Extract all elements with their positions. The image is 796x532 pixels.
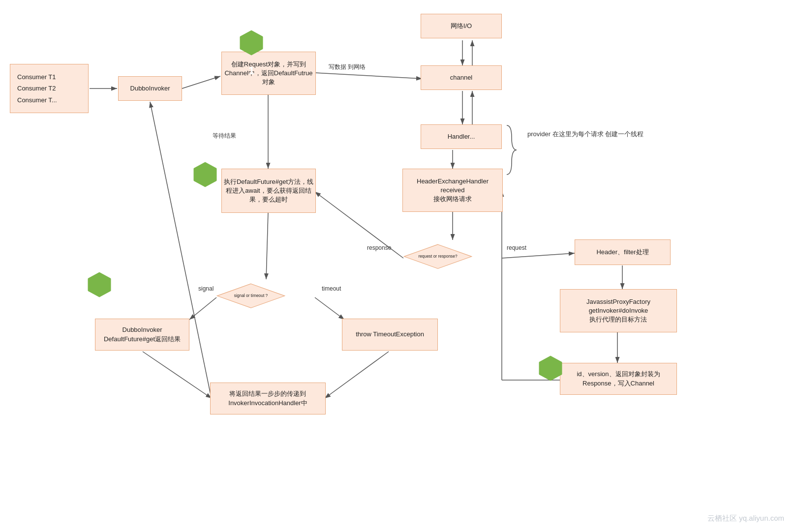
handler-label: Handler... xyxy=(448,132,475,141)
consumers-box: Consumer T1 Consumer T2 Consumer T... xyxy=(10,64,89,113)
channel-label: channel xyxy=(450,73,473,82)
step4-box: DubboInvokerDefaultFuture#get返回结果 xyxy=(95,319,189,351)
network-io-label: 网络I/O xyxy=(451,22,472,30)
handler-box: Handler... xyxy=(421,124,502,149)
diagram: Consumer T1 Consumer T2 Consumer T... Du… xyxy=(0,0,796,532)
step3-box: id、version、返回对象封装为Response，写入Channel xyxy=(560,363,677,395)
svg-line-18 xyxy=(325,352,389,398)
step1-box: 创建Request对象，并写到Channel中，返回DefaultFutrue对… xyxy=(221,52,316,95)
svg-line-15 xyxy=(189,297,216,320)
hexagon-3-label: 3 xyxy=(537,383,564,410)
watermark: 云栖社区 yq.aliyun.com xyxy=(707,514,784,523)
step2-box: 执行DefaultFuture#get方法，线程进入await，要么获得返回结果… xyxy=(221,169,316,213)
throw-timeout-box: throw TimeoutException xyxy=(342,319,438,351)
svg-marker-31 xyxy=(539,356,562,381)
throw-timeout-label: throw TimeoutException xyxy=(356,330,424,339)
consumer-t3: Consumer T... xyxy=(17,94,57,106)
svg-line-4 xyxy=(315,73,422,79)
network-io-box: 网络I/O xyxy=(421,14,502,38)
consumer-t2: Consumer T2 xyxy=(17,83,56,94)
signal-label: signal xyxy=(198,285,214,292)
step4-label: DubboInvokerDefaultFuture#get返回结果 xyxy=(104,325,181,343)
svg-text:request or response?: request or response? xyxy=(418,254,457,259)
svg-line-16 xyxy=(315,297,344,320)
header-filter-label: Header、filter处理 xyxy=(596,248,648,257)
consumer-t1: Consumer T1 xyxy=(17,71,56,83)
hexagon-2: 2 xyxy=(192,161,218,188)
result-label: 将返回结果一步步的传递到InvokerInvocationHandler中 xyxy=(228,389,307,407)
step3-label: id、version、返回对象封装为Response，写入Channel xyxy=(577,370,660,387)
wait-result-label: 等待结果 xyxy=(213,132,236,140)
javassist-label: JavassistProxyFactorygetInvoker#doInvoke… xyxy=(586,297,650,325)
javassist-box: JavassistProxyFactorygetInvoker#doInvoke… xyxy=(560,289,677,332)
dubbo-invoker-label: DubboInvoker xyxy=(130,84,170,93)
svg-line-14 xyxy=(266,212,268,279)
request-label: request xyxy=(507,244,526,251)
hexagon-2-label: 2 xyxy=(192,189,218,216)
svg-line-19 xyxy=(150,102,212,399)
provider-note: provider 在这里为每个请求 创建一个线程 xyxy=(527,129,643,140)
header-filter-box: Header、filter处理 xyxy=(575,239,671,265)
result-box: 将返回结果一步步的传递到InvokerInvocationHandler中 xyxy=(210,383,326,414)
hexagon-4: 4 xyxy=(86,271,113,298)
svg-text:signal or timeout ?: signal or timeout ? xyxy=(234,293,268,298)
header-exchange-box: HeaderExchangeHandlerreceived接收网络请求 xyxy=(402,169,503,212)
response-label: response xyxy=(367,244,391,251)
channel-box: channel xyxy=(421,65,502,90)
svg-marker-25 xyxy=(194,162,216,187)
hexagon-1-label: 1 xyxy=(238,58,265,84)
svg-line-13 xyxy=(502,253,575,258)
svg-marker-24 xyxy=(240,30,263,55)
diamond-sot: signal or timeout ? xyxy=(216,279,315,316)
step2-label: 执行DefaultFuture#get方法，线程进入await，要么获得返回结果… xyxy=(224,177,313,205)
dubbo-invoker-box: DubboInvoker xyxy=(118,76,182,101)
header-exchange-label: HeaderExchangeHandlerreceived接收网络请求 xyxy=(417,177,489,204)
timeout-label: timeout xyxy=(322,285,341,292)
hexagon-1: 1 xyxy=(238,30,265,56)
hexagon-3: 3 xyxy=(537,355,564,382)
svg-line-3 xyxy=(182,76,220,89)
svg-marker-30 xyxy=(88,272,111,297)
diamond-ror: request or response? xyxy=(403,239,502,276)
svg-line-17 xyxy=(143,352,212,398)
write-to-network-label: 写数据 到网络 xyxy=(329,63,366,71)
